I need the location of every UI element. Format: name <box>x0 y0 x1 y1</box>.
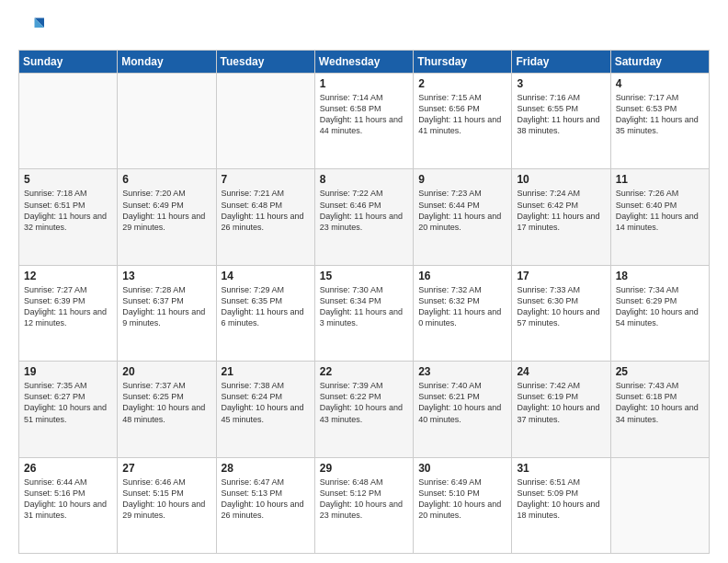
calendar-cell: 11Sunrise: 7:26 AM Sunset: 6:40 PM Dayli… <box>610 169 709 265</box>
header-row: SundayMondayTuesdayWednesdayThursdayFrid… <box>19 51 710 74</box>
day-number: 12 <box>24 270 112 282</box>
header-day-sunday: Sunday <box>19 51 118 74</box>
calendar-cell: 1Sunrise: 7:14 AM Sunset: 6:58 PM Daylig… <box>314 74 413 169</box>
day-info: Sunrise: 7:22 AM Sunset: 6:46 PM Dayligh… <box>320 188 408 233</box>
header-day-saturday: Saturday <box>610 51 709 74</box>
calendar-cell: 2Sunrise: 7:15 AM Sunset: 6:56 PM Daylig… <box>414 74 512 169</box>
calendar-cell: 26Sunrise: 6:44 AM Sunset: 5:16 PM Dayli… <box>19 457 118 553</box>
day-info: Sunrise: 7:24 AM Sunset: 6:42 PM Dayligh… <box>517 188 605 233</box>
day-number: 28 <box>222 462 310 475</box>
day-info: Sunrise: 7:17 AM Sunset: 6:53 PM Dayligh… <box>616 92 704 137</box>
day-number: 27 <box>122 462 210 475</box>
week-row-1: 1Sunrise: 7:14 AM Sunset: 6:58 PM Daylig… <box>19 74 710 169</box>
day-info: Sunrise: 7:40 AM Sunset: 6:21 PM Dayligh… <box>418 380 506 425</box>
header-day-friday: Friday <box>512 51 610 74</box>
day-info: Sunrise: 7:28 AM Sunset: 6:37 PM Dayligh… <box>122 284 210 329</box>
day-number: 4 <box>616 77 704 90</box>
day-info: Sunrise: 7:26 AM Sunset: 6:40 PM Dayligh… <box>616 188 704 233</box>
calendar-cell <box>216 74 314 169</box>
day-info: Sunrise: 6:49 AM Sunset: 5:10 PM Dayligh… <box>418 477 506 522</box>
calendar-cell: 5Sunrise: 7:18 AM Sunset: 6:51 PM Daylig… <box>19 169 118 265</box>
day-number: 22 <box>320 365 408 378</box>
day-info: Sunrise: 7:35 AM Sunset: 6:27 PM Dayligh… <box>24 380 112 425</box>
calendar-cell: 10Sunrise: 7:24 AM Sunset: 6:42 PM Dayli… <box>512 169 610 265</box>
calendar-cell: 22Sunrise: 7:39 AM Sunset: 6:22 PM Dayli… <box>314 362 413 457</box>
day-number: 25 <box>616 365 704 378</box>
day-info: Sunrise: 7:20 AM Sunset: 6:49 PM Dayligh… <box>122 188 210 233</box>
day-info: Sunrise: 7:18 AM Sunset: 6:51 PM Dayligh… <box>24 188 112 233</box>
calendar-cell: 29Sunrise: 6:48 AM Sunset: 5:12 PM Dayli… <box>314 457 413 553</box>
calendar-cell: 13Sunrise: 7:28 AM Sunset: 6:37 PM Dayli… <box>118 265 216 361</box>
logo-icon <box>18 15 44 40</box>
day-info: Sunrise: 7:29 AM Sunset: 6:35 PM Dayligh… <box>222 284 310 329</box>
day-number: 23 <box>418 365 506 378</box>
week-row-3: 12Sunrise: 7:27 AM Sunset: 6:39 PM Dayli… <box>19 265 710 361</box>
header-day-tuesday: Tuesday <box>216 51 314 74</box>
week-row-2: 5Sunrise: 7:18 AM Sunset: 6:51 PM Daylig… <box>19 169 710 265</box>
day-number: 16 <box>418 270 506 282</box>
day-number: 19 <box>24 365 112 378</box>
day-info: Sunrise: 6:46 AM Sunset: 5:15 PM Dayligh… <box>122 477 210 522</box>
day-info: Sunrise: 7:43 AM Sunset: 6:18 PM Dayligh… <box>616 380 704 425</box>
calendar-cell: 30Sunrise: 6:49 AM Sunset: 5:10 PM Dayli… <box>414 457 512 553</box>
day-info: Sunrise: 7:23 AM Sunset: 6:44 PM Dayligh… <box>418 188 506 233</box>
calendar-cell <box>19 74 118 169</box>
header-day-thursday: Thursday <box>414 51 512 74</box>
day-number: 14 <box>222 270 310 282</box>
header-day-wednesday: Wednesday <box>314 51 413 74</box>
day-number: 7 <box>222 173 310 186</box>
week-row-4: 19Sunrise: 7:35 AM Sunset: 6:27 PM Dayli… <box>19 362 710 457</box>
day-number: 9 <box>418 173 506 186</box>
day-number: 8 <box>320 173 408 186</box>
day-number: 18 <box>616 270 704 282</box>
day-number: 20 <box>122 365 210 378</box>
day-info: Sunrise: 6:47 AM Sunset: 5:13 PM Dayligh… <box>222 477 310 522</box>
calendar-cell: 15Sunrise: 7:30 AM Sunset: 6:34 PM Dayli… <box>314 265 413 361</box>
calendar-cell: 8Sunrise: 7:22 AM Sunset: 6:46 PM Daylig… <box>314 169 413 265</box>
calendar-cell: 24Sunrise: 7:42 AM Sunset: 6:19 PM Dayli… <box>512 362 610 457</box>
day-number: 21 <box>222 365 310 378</box>
day-info: Sunrise: 7:33 AM Sunset: 6:30 PM Dayligh… <box>517 284 605 329</box>
day-info: Sunrise: 7:21 AM Sunset: 6:48 PM Dayligh… <box>222 188 310 233</box>
day-number: 3 <box>517 77 605 90</box>
calendar-cell: 16Sunrise: 7:32 AM Sunset: 6:32 PM Dayli… <box>414 265 512 361</box>
day-number: 10 <box>517 173 605 186</box>
calendar-cell: 23Sunrise: 7:40 AM Sunset: 6:21 PM Dayli… <box>414 362 512 457</box>
day-number: 15 <box>320 270 408 282</box>
day-number: 26 <box>24 462 112 475</box>
day-number: 13 <box>122 270 210 282</box>
calendar-cell: 17Sunrise: 7:33 AM Sunset: 6:30 PM Dayli… <box>512 265 610 361</box>
day-number: 6 <box>122 173 210 186</box>
calendar-cell: 28Sunrise: 6:47 AM Sunset: 5:13 PM Dayli… <box>216 457 314 553</box>
calendar-cell: 25Sunrise: 7:43 AM Sunset: 6:18 PM Dayli… <box>610 362 709 457</box>
day-info: Sunrise: 7:14 AM Sunset: 6:58 PM Dayligh… <box>320 92 408 137</box>
day-info: Sunrise: 7:38 AM Sunset: 6:24 PM Dayligh… <box>222 380 310 425</box>
calendar-cell: 12Sunrise: 7:27 AM Sunset: 6:39 PM Dayli… <box>19 265 118 361</box>
day-info: Sunrise: 7:34 AM Sunset: 6:29 PM Dayligh… <box>616 284 704 329</box>
day-info: Sunrise: 7:42 AM Sunset: 6:19 PM Dayligh… <box>517 380 605 425</box>
day-info: Sunrise: 7:30 AM Sunset: 6:34 PM Dayligh… <box>320 284 408 329</box>
calendar-cell: 3Sunrise: 7:16 AM Sunset: 6:55 PM Daylig… <box>512 74 610 169</box>
calendar-cell: 21Sunrise: 7:38 AM Sunset: 6:24 PM Dayli… <box>216 362 314 457</box>
day-number: 29 <box>320 462 408 475</box>
day-number: 30 <box>418 462 506 475</box>
day-number: 5 <box>24 173 112 186</box>
day-number: 17 <box>517 270 605 282</box>
day-info: Sunrise: 6:44 AM Sunset: 5:16 PM Dayligh… <box>24 477 112 522</box>
day-info: Sunrise: 7:32 AM Sunset: 6:32 PM Dayligh… <box>418 284 506 329</box>
calendar-cell <box>118 74 216 169</box>
day-info: Sunrise: 6:48 AM Sunset: 5:12 PM Dayligh… <box>320 477 408 522</box>
header <box>18 15 710 40</box>
calendar-table: SundayMondayTuesdayWednesdayThursdayFrid… <box>18 50 710 554</box>
day-info: Sunrise: 6:51 AM Sunset: 5:09 PM Dayligh… <box>517 477 605 522</box>
header-day-monday: Monday <box>118 51 216 74</box>
day-number: 1 <box>320 77 408 90</box>
calendar-cell: 18Sunrise: 7:34 AM Sunset: 6:29 PM Dayli… <box>610 265 709 361</box>
page: SundayMondayTuesdayWednesdayThursdayFrid… <box>0 0 728 563</box>
day-number: 2 <box>418 77 506 90</box>
calendar-cell: 27Sunrise: 6:46 AM Sunset: 5:15 PM Dayli… <box>118 457 216 553</box>
day-info: Sunrise: 7:27 AM Sunset: 6:39 PM Dayligh… <box>24 284 112 329</box>
calendar-cell: 19Sunrise: 7:35 AM Sunset: 6:27 PM Dayli… <box>19 362 118 457</box>
week-row-5: 26Sunrise: 6:44 AM Sunset: 5:16 PM Dayli… <box>19 457 710 553</box>
day-number: 24 <box>517 365 605 378</box>
